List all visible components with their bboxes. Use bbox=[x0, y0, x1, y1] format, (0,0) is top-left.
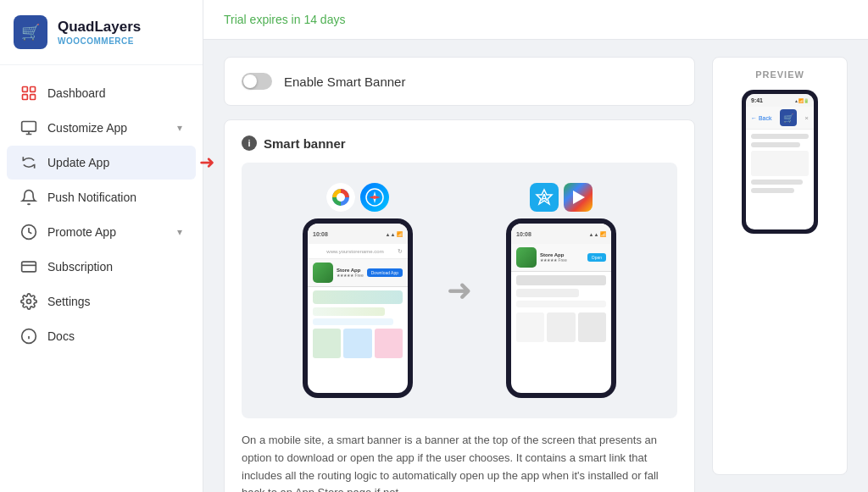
svg-text:A: A bbox=[541, 192, 548, 202]
sidebar-item-subscription[interactable]: Subscription bbox=[7, 250, 196, 284]
preview-line-4 bbox=[751, 180, 803, 185]
phone-url-bar: www.yourstorename.com ↻ bbox=[308, 244, 408, 259]
preview-line-5 bbox=[751, 188, 794, 193]
main-panel: Enable Smart Banner i Smart banner bbox=[224, 57, 695, 475]
smart-banner-strip-right: Store App ★★★★★ Free Open bbox=[511, 244, 611, 272]
phone-status-bar-right: 10:08 ▲▲ 📶 bbox=[511, 224, 611, 244]
preview-time: 9:41 bbox=[751, 97, 763, 103]
sidebar-item-promote-app[interactable]: Promote App ▾ bbox=[7, 215, 196, 249]
preview-nav-bar: ← Back 🛒 × bbox=[746, 107, 814, 130]
svg-rect-0 bbox=[23, 87, 28, 92]
phone-signals-right: ▲▲ 📶 bbox=[588, 231, 606, 237]
right-group: A 10:08 ▲▲ 📶 bbox=[506, 183, 616, 398]
app-store-icon: A bbox=[530, 183, 559, 212]
phone-status-bar-left: 10:08 ▲▲ 📶 bbox=[308, 224, 408, 244]
svg-rect-3 bbox=[31, 95, 36, 100]
svg-rect-4 bbox=[22, 122, 36, 132]
sidebar-item-docs[interactable]: Docs bbox=[7, 319, 196, 353]
preview-title: PREVIEW bbox=[721, 69, 838, 80]
preview-app-logo: 🛒 bbox=[780, 109, 797, 126]
chevron-down-icon: ▾ bbox=[177, 122, 182, 134]
svg-marker-19 bbox=[573, 191, 585, 204]
banner-illustration: 10:08 ▲▲ 📶 www.yourstorename.com ↻ bbox=[242, 163, 677, 418]
app-info-right: Store App ★★★★★ Free bbox=[540, 252, 584, 263]
sidebar-item-update-app[interactable]: Update App ➜ bbox=[7, 146, 196, 180]
update-icon bbox=[20, 154, 37, 171]
preview-line-1 bbox=[751, 134, 809, 139]
preview-phone: 9:41 ▲📶🔋 ← Back 🛒 × bbox=[742, 90, 818, 234]
svg-rect-2 bbox=[23, 95, 28, 100]
phone-left: 10:08 ▲▲ 📶 www.yourstorename.com ↻ bbox=[303, 218, 413, 398]
sidebar-item-customize-app[interactable]: Customize App ▾ bbox=[7, 111, 196, 145]
toggle-row: Enable Smart Banner bbox=[242, 73, 677, 90]
sidebar-item-label-update: Update App bbox=[47, 156, 182, 169]
red-arrow-indicator: ➜ bbox=[199, 152, 214, 174]
play-store-icon bbox=[564, 183, 593, 212]
preview-status-bar: 9:41 ▲📶🔋 bbox=[746, 94, 814, 107]
main-content: Trial expires in 14 days Enable Smart Ba… bbox=[203, 0, 868, 492]
download-button[interactable]: Download App bbox=[367, 268, 403, 277]
svg-point-14 bbox=[337, 193, 345, 202]
sidebar-item-label-promote: Promote App bbox=[47, 225, 167, 239]
store-icons: A bbox=[530, 183, 593, 212]
sidebar-nav: Dashboard Customize App ▾ Update App ➜ P… bbox=[0, 65, 203, 492]
arrow-indicator: ➜ bbox=[447, 273, 472, 308]
sidebar-item-label-subscription: Subscription bbox=[47, 260, 182, 274]
preview-close-icon: × bbox=[804, 114, 809, 122]
sidebar-header: 🛒 QuadLayers WOOCOMMERCE bbox=[0, 0, 203, 65]
phone-content-left bbox=[308, 287, 408, 362]
preview-screen: 9:41 ▲📶🔋 ← Back 🛒 × bbox=[746, 94, 814, 229]
info-icon: i bbox=[242, 135, 257, 151]
sidebar-item-label-docs: Docs bbox=[47, 329, 182, 343]
brand-logo: 🛒 bbox=[14, 15, 47, 49]
content-area: Enable Smart Banner i Smart banner bbox=[203, 40, 868, 492]
preview-line-3 bbox=[751, 151, 809, 176]
sidebar-item-label-dashboard: Dashboard bbox=[47, 86, 182, 100]
app-icon-left bbox=[313, 263, 333, 283]
phone-time-right: 10:08 bbox=[516, 231, 531, 237]
dashboard-icon bbox=[20, 85, 37, 102]
push-notification-icon bbox=[20, 189, 37, 206]
phone-screen-left: 10:08 ▲▲ 📶 www.yourstorename.com ↻ bbox=[308, 224, 408, 393]
phone-right: 10:08 ▲▲ 📶 Store App ★★★★★ Free bbox=[506, 218, 616, 398]
preview-content bbox=[746, 130, 814, 197]
phone-signals-left: ▲▲ 📶 bbox=[385, 231, 403, 237]
brand-info: QuadLayers WOOCOMMERCE bbox=[58, 19, 141, 45]
smart-banner-description: On a mobile site, a smart banner is a ba… bbox=[242, 432, 677, 492]
top-bar: Trial expires in 14 days bbox=[203, 0, 868, 40]
app-desc: ★★★★★ Free bbox=[337, 273, 364, 278]
preview-signal-icons: ▲📶🔋 bbox=[794, 98, 809, 103]
smart-banner-toggle[interactable] bbox=[242, 73, 272, 90]
customize-icon bbox=[20, 119, 37, 136]
enable-smart-banner-card: Enable Smart Banner bbox=[224, 57, 695, 106]
chevron-down-icon-2: ▾ bbox=[177, 226, 182, 238]
svg-marker-17 bbox=[369, 196, 381, 199]
safari-icon bbox=[360, 183, 389, 212]
sidebar-item-label-customize: Customize App bbox=[47, 121, 167, 135]
phone-time-left: 10:08 bbox=[313, 231, 328, 237]
trial-notice: Trial expires in 14 days bbox=[224, 13, 345, 26]
sidebar-item-dashboard[interactable]: Dashboard bbox=[7, 76, 196, 110]
phone-content-right bbox=[511, 272, 611, 346]
app-desc-right: ★★★★★ Free bbox=[540, 257, 584, 263]
svg-rect-6 bbox=[22, 262, 36, 272]
docs-icon bbox=[20, 328, 37, 345]
info-header: i Smart banner bbox=[242, 135, 677, 151]
sidebar: 🛒 QuadLayers WOOCOMMERCE Dashboard Custo… bbox=[0, 0, 203, 492]
preview-line-2 bbox=[751, 142, 800, 147]
sidebar-item-label-push: Push Notification bbox=[47, 191, 182, 204]
brand-name: QuadLayers bbox=[58, 19, 141, 36]
svg-point-8 bbox=[27, 300, 31, 304]
open-button[interactable]: Open bbox=[587, 253, 606, 262]
preview-panel: PREVIEW 9:41 ▲📶🔋 ← Back 🛒 × bbox=[712, 57, 848, 475]
brand-sub: WOOCOMMERCE bbox=[58, 36, 141, 46]
smart-banner-title: Smart banner bbox=[264, 136, 346, 151]
smart-banner-section: i Smart banner bbox=[224, 119, 695, 492]
phone-screen-right: 10:08 ▲▲ 📶 Store App ★★★★★ Free bbox=[511, 224, 611, 393]
sidebar-item-settings[interactable]: Settings bbox=[7, 285, 196, 318]
reload-icon: ↻ bbox=[398, 248, 403, 255]
sidebar-item-push-notification[interactable]: Push Notification bbox=[7, 180, 196, 214]
chrome-icon bbox=[326, 183, 355, 212]
toggle-label: Enable Smart Banner bbox=[284, 75, 405, 89]
smart-banner-strip: Store App ★★★★★ Free Download App bbox=[308, 259, 408, 287]
